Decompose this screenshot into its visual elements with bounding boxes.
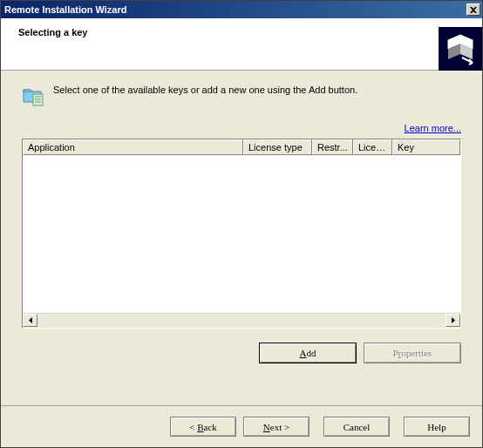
instruction-text: Select one of the available keys or add … xyxy=(53,83,357,95)
learn-more-row: Learn more... xyxy=(22,123,461,133)
close-button[interactable] xyxy=(466,3,480,16)
close-icon xyxy=(470,7,477,13)
titlebar: Remote Installation Wizard xyxy=(1,1,482,18)
window-title: Remote Installation Wizard xyxy=(4,4,126,15)
properties-button: Properties xyxy=(364,343,461,363)
key-folder-icon xyxy=(22,83,46,107)
listview-body[interactable] xyxy=(23,155,460,313)
scroll-right-button[interactable] xyxy=(446,314,460,327)
wizard-content: Select one of the available keys or add … xyxy=(1,71,482,405)
scroll-left-button[interactable] xyxy=(23,314,37,327)
instruction-row: Select one of the available keys or add … xyxy=(22,83,461,107)
arrow-left-icon xyxy=(29,317,32,323)
back-button[interactable]: < Back xyxy=(170,417,236,437)
add-button[interactable]: Add xyxy=(259,343,357,363)
page-title: Selecting a key xyxy=(18,27,88,37)
col-license[interactable]: Licen... xyxy=(353,139,392,155)
svg-marker-7 xyxy=(29,317,32,323)
keys-listview[interactable]: Application License type Restr... Licen.… xyxy=(22,139,461,329)
wizard-window: Remote Installation Wizard Selecting a k… xyxy=(0,0,483,448)
listview-header: Application License type Restr... Licen.… xyxy=(23,139,460,155)
horizontal-scrollbar[interactable] xyxy=(23,313,460,328)
wizard-footer: < Back Next > Cancel Help xyxy=(1,405,482,447)
col-key[interactable]: Key xyxy=(392,139,460,155)
next-button[interactable]: Next > xyxy=(243,417,310,437)
col-license-type[interactable]: License type xyxy=(243,139,312,155)
col-restrictions[interactable]: Restr... xyxy=(312,139,353,155)
svg-marker-8 xyxy=(452,317,455,323)
listview-buttons: Add Properties xyxy=(22,343,461,363)
learn-more-link[interactable]: Learn more... xyxy=(405,123,461,133)
help-button[interactable]: Help xyxy=(404,417,470,437)
wizard-banner-icon xyxy=(439,27,482,71)
cancel-button[interactable]: Cancel xyxy=(323,417,390,437)
wizard-header: Selecting a key xyxy=(1,18,482,71)
arrow-right-icon xyxy=(452,317,455,323)
col-application[interactable]: Application xyxy=(23,139,243,155)
